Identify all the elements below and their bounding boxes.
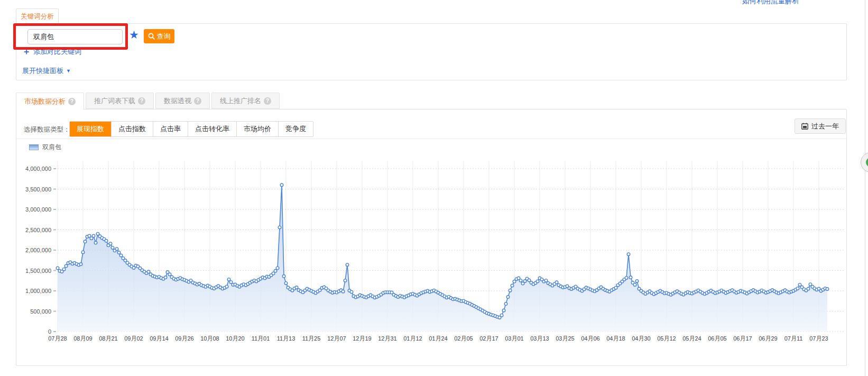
svg-text:09月26: 09月26 <box>175 335 193 342</box>
svg-text:2,000,000: 2,000,000 <box>25 247 51 253</box>
svg-text:01月24: 01月24 <box>429 335 447 342</box>
date-range-button[interactable]: 过去一年 <box>795 118 846 134</box>
svg-text:03月01: 03月01 <box>505 335 523 342</box>
legend-swatch <box>29 144 39 150</box>
type-competition[interactable]: 竞争度 <box>278 122 313 136</box>
calendar-icon <box>801 123 808 130</box>
add-compare-keyword-link[interactable]: ＋ 添加对比关键词 <box>22 47 81 57</box>
svg-text:11月25: 11月25 <box>302 335 321 342</box>
svg-text:12月31: 12月31 <box>378 335 396 342</box>
svg-text:10月08: 10月08 <box>200 335 219 342</box>
help-question-icon[interactable]: ? <box>194 97 201 105</box>
svg-text:03月25: 03月25 <box>556 335 574 342</box>
add-compare-label: 添加对比关键词 <box>33 47 81 57</box>
svg-text:05月24: 05月24 <box>682 335 701 342</box>
svg-text:06月29: 06月29 <box>759 335 777 342</box>
svg-text:01月12: 01月12 <box>403 335 422 342</box>
svg-text:04月30: 04月30 <box>632 335 650 342</box>
help-question-icon[interactable]: ? <box>68 98 76 105</box>
type-click-conversion-rate[interactable]: 点击转化率 <box>188 122 236 136</box>
tab-label: 市场数据分析 <box>24 97 66 106</box>
tab-data-pivot[interactable]: 数据透视 ? <box>155 93 210 109</box>
help-question-icon[interactable]: ? <box>264 97 271 105</box>
type-impression-index[interactable]: 展现指数 <box>70 122 111 136</box>
chevron-down-icon: ▼ <box>66 68 71 74</box>
service-status-icon <box>866 158 868 167</box>
query-button-label: 查询 <box>157 32 171 41</box>
tab-label: 数据透视 <box>164 96 191 106</box>
floating-service-widget[interactable] <box>861 152 868 172</box>
plus-icon: ＋ <box>22 48 31 56</box>
chart-panel: 选择数据类型： 展现指数 点击指数 点击率 点击转化率 市场均价 竞争度 过去一… <box>16 109 847 366</box>
svg-text:500,000: 500,000 <box>30 308 51 315</box>
svg-text:07月28: 07月28 <box>48 335 67 342</box>
svg-text:3,000,000: 3,000,000 <box>25 206 51 213</box>
page: { "page": { "help_link": "如何利用流量解析" }, "… <box>0 0 868 376</box>
type-click-rate[interactable]: 点击率 <box>153 122 188 136</box>
svg-text:04月18: 04月18 <box>606 335 625 342</box>
svg-text:07月23: 07月23 <box>809 335 828 342</box>
trend-line-chart[interactable]: 07月2808月0908月2109月0209月1409月2610月0810月20… <box>16 154 846 365</box>
svg-text:09月14: 09月14 <box>150 335 168 342</box>
tab-market-data-analysis[interactable]: 市场数据分析 ? <box>16 93 84 109</box>
expand-panel-label: 展开快捷面板 <box>22 66 63 76</box>
svg-text:11月13: 11月13 <box>277 335 296 342</box>
type-market-avg-price[interactable]: 市场均价 <box>236 122 278 136</box>
search-panel <box>16 23 847 80</box>
svg-text:04月06: 04月06 <box>581 335 599 342</box>
tab-online-promo-ranking[interactable]: 线上推广排名 ? <box>211 93 280 109</box>
svg-text:02月05: 02月05 <box>454 335 473 342</box>
svg-text:06月17: 06月17 <box>733 335 752 342</box>
legend-label: 双肩包 <box>42 143 61 152</box>
right-divider <box>865 0 865 376</box>
svg-text:11月01: 11月01 <box>252 335 270 342</box>
svg-text:07月11: 07月11 <box>784 335 803 342</box>
tab-label: 推广词表下载 <box>94 96 135 106</box>
help-question-icon[interactable]: ? <box>138 97 145 105</box>
data-type-segmented-control: 展现指数 点击指数 点击率 点击转化率 市场均价 竞争度 <box>69 121 313 137</box>
svg-text:1,500,000: 1,500,000 <box>25 268 51 274</box>
search-icon <box>148 33 155 40</box>
type-click-index[interactable]: 点击指数 <box>111 122 153 136</box>
svg-text:02月17: 02月17 <box>479 335 498 342</box>
favorite-star-icon[interactable]: ★ <box>129 27 139 42</box>
svg-text:1,000,000: 1,000,000 <box>25 288 51 294</box>
svg-text:4,000,000: 4,000,000 <box>25 166 51 172</box>
expand-quick-panel-link[interactable]: 展开快捷面板 ▼ <box>22 66 71 76</box>
svg-text:3,500,000: 3,500,000 <box>25 186 51 192</box>
data-type-label: 选择数据类型： <box>24 125 70 134</box>
tab-label: 线上推广排名 <box>220 96 261 106</box>
date-range-label: 过去一年 <box>811 122 839 131</box>
svg-text:0: 0 <box>48 328 51 335</box>
svg-text:10月20: 10月20 <box>226 335 244 342</box>
svg-text:09月02: 09月02 <box>124 335 143 342</box>
analysis-tabrow: 市场数据分析 ? 推广词表下载 ? 数据透视 ? 线上推广排名 ? <box>16 93 280 109</box>
svg-text:06月05: 06月05 <box>708 335 726 342</box>
svg-text:03月13: 03月13 <box>530 335 549 342</box>
panel-divider <box>16 139 846 139</box>
help-link[interactable]: 如何利用流量解析 <box>742 0 799 6</box>
query-button[interactable]: 查询 <box>144 29 174 43</box>
tab-promo-wordlist-download[interactable]: 推广词表下载 ? <box>86 93 154 109</box>
svg-text:08月09: 08月09 <box>73 335 92 342</box>
chart-legend[interactable]: 双肩包 <box>29 143 61 152</box>
svg-text:08月21: 08月21 <box>99 335 117 342</box>
tab-keyword-analysis[interactable]: 关键词分析 <box>16 8 59 24</box>
svg-text:12月19: 12月19 <box>353 335 371 342</box>
svg-text:05月12: 05月12 <box>657 335 676 342</box>
keyword-input[interactable] <box>27 29 123 44</box>
svg-text:2,500,000: 2,500,000 <box>25 227 51 233</box>
svg-text:12月07: 12月07 <box>327 335 346 342</box>
